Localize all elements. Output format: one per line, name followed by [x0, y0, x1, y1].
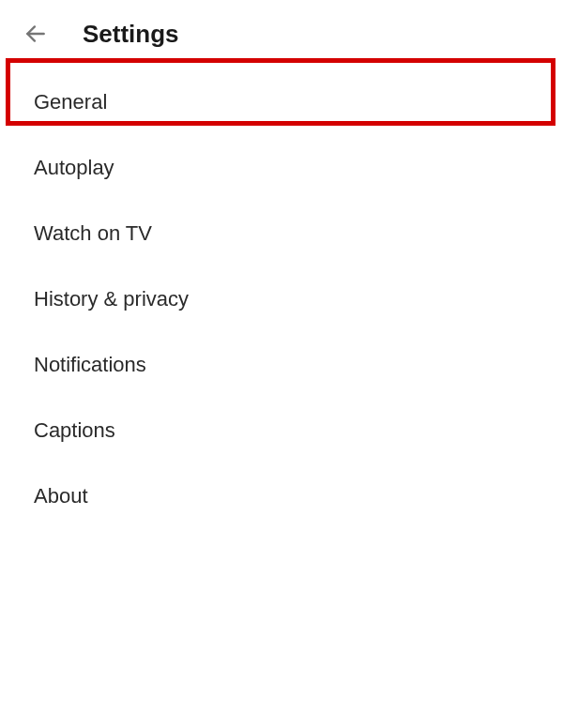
list-item-label: About — [34, 484, 88, 508]
list-item-history-privacy[interactable]: History & privacy — [0, 266, 563, 332]
list-item-label: History & privacy — [34, 287, 189, 311]
settings-list: General Autoplay Watch on TV History & p… — [0, 69, 563, 529]
list-item-label: Notifications — [34, 353, 146, 376]
list-item-label: Captions — [34, 418, 115, 442]
list-item-captions[interactable]: Captions — [0, 398, 563, 463]
back-button[interactable] — [17, 15, 54, 53]
header: Settings — [0, 0, 563, 69]
list-item-about[interactable]: About — [0, 463, 563, 529]
list-item-autoplay[interactable]: Autoplay — [0, 135, 563, 201]
list-item-watch-on-tv[interactable]: Watch on TV — [0, 201, 563, 266]
arrow-left-icon — [23, 22, 48, 46]
list-item-label: Autoplay — [34, 156, 114, 179]
page-title: Settings — [83, 20, 179, 49]
list-item-label: General — [34, 90, 107, 114]
list-item-label: Watch on TV — [34, 221, 152, 245]
list-item-notifications[interactable]: Notifications — [0, 332, 563, 398]
list-item-general[interactable]: General — [0, 69, 563, 135]
